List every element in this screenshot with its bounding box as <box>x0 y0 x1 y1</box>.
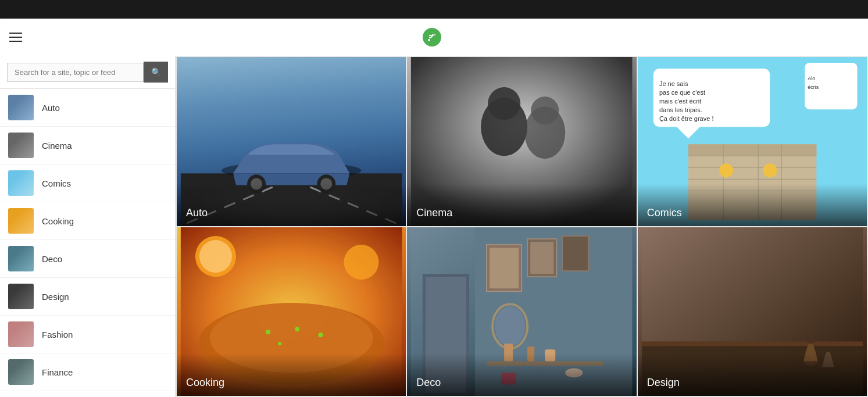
header-center <box>423 28 446 47</box>
svg-point-68 <box>806 338 815 344</box>
sidebar-item-finance[interactable]: Finance <box>0 353 175 391</box>
sidebar-thumb-deco <box>8 246 34 271</box>
rss-icon <box>426 31 438 43</box>
grid-item-deco[interactable]: Deco <box>407 227 636 396</box>
svg-point-46 <box>278 342 281 345</box>
hamburger-line <box>9 33 22 34</box>
svg-point-35 <box>719 163 733 177</box>
sidebar-label-design: Design <box>42 292 69 302</box>
grid-label-auto: Auto <box>177 184 406 226</box>
sidebar-label-comics: Comics <box>42 178 71 188</box>
sidebar-thumb-design <box>8 284 34 309</box>
sidebar-item-auto[interactable]: Auto <box>0 89 175 127</box>
sidebar-item-deco[interactable]: Deco <box>0 240 175 278</box>
sidebar-thumb-cooking <box>8 208 34 234</box>
sidebar-item-design[interactable]: Design <box>0 278 175 316</box>
hamburger-line <box>9 41 22 42</box>
minimize-button[interactable] <box>776 0 803 19</box>
close-button[interactable] <box>834 0 861 19</box>
sidebar-label-auto: Auto <box>42 103 60 113</box>
grid-label-cooking: Cooking <box>177 353 406 396</box>
svg-text:Je ne sais: Je ne sais <box>659 80 688 87</box>
svg-point-1 <box>428 39 430 41</box>
maximize-button[interactable] <box>805 0 832 19</box>
svg-point-40 <box>344 245 378 280</box>
sidebar-item-cinema[interactable]: Cinema <box>0 127 175 164</box>
sidebar-items: AutoCinemaComicsCookingDecoDesignFashion… <box>0 89 175 397</box>
svg-text:Alo: Alo <box>808 76 815 81</box>
header-left <box>9 33 22 42</box>
sidebar-thumb-fashion <box>8 321 34 347</box>
main-content: 🔍 AutoCinemaComicsCookingDecoDesignFashi… <box>0 56 868 397</box>
titlebar-left <box>7 0 41 19</box>
back-button[interactable] <box>7 0 34 19</box>
svg-text:Ça doit être grave !: Ça doit être grave ! <box>659 115 714 122</box>
search-input[interactable] <box>7 63 144 82</box>
search-icon: 🔍 <box>151 67 161 77</box>
titlebar-controls <box>776 0 861 19</box>
titlebar <box>0 0 868 19</box>
app-container: 🔍 AutoCinemaComicsCookingDecoDesignFashi… <box>0 0 868 397</box>
grid-label-cinema: Cinema <box>407 184 636 226</box>
grid-label-comics: Comics <box>638 184 867 226</box>
hamburger-line <box>9 37 22 38</box>
sidebar-thumb-comics <box>8 170 34 196</box>
svg-point-36 <box>763 163 777 177</box>
sidebar-item-comics[interactable]: Comics <box>0 164 175 202</box>
svg-rect-27 <box>688 144 816 156</box>
svg-point-14 <box>531 96 559 124</box>
svg-point-57 <box>495 306 525 346</box>
grid-label-deco: Deco <box>407 353 636 396</box>
svg-rect-54 <box>531 242 554 274</box>
sidebar: 🔍 AutoCinemaComicsCookingDecoDesignFashi… <box>0 56 176 397</box>
grid-item-cinema[interactable]: Cinema <box>407 57 636 226</box>
svg-rect-55 <box>563 236 589 271</box>
sidebar-item-fashion[interactable]: Fashion <box>0 316 175 353</box>
content-grid: Auto Cinema Je ne sais <box>176 56 868 397</box>
sidebar-item-cooking[interactable]: Cooking <box>0 202 175 240</box>
svg-point-43 <box>266 330 270 334</box>
sidebar-label-cinema: Cinema <box>42 141 72 151</box>
hamburger-menu[interactable] <box>9 33 22 42</box>
sidebar-thumb-auto <box>8 95 34 120</box>
svg-point-39 <box>199 240 232 273</box>
svg-point-45 <box>318 332 323 337</box>
svg-text:écris: écris <box>808 84 819 90</box>
svg-text:dans les tripes.: dans les tripes. <box>659 106 702 113</box>
sidebar-label-cooking: Cooking <box>42 216 74 226</box>
grid-label-design: Design <box>638 353 867 396</box>
svg-text:pas ce que c'est: pas ce que c'est <box>659 89 705 96</box>
sidebar-item-news[interactable]: News <box>0 391 175 397</box>
feedlab-logo-icon <box>423 28 441 47</box>
svg-point-12 <box>488 87 520 120</box>
svg-text:mais c'est écrit: mais c'est écrit <box>659 98 701 105</box>
sidebar-label-deco: Deco <box>42 254 62 264</box>
svg-rect-66 <box>642 341 863 346</box>
grid-item-auto[interactable]: Auto <box>177 57 406 226</box>
app-header <box>0 19 868 56</box>
sidebar-label-finance: Finance <box>42 367 73 377</box>
sidebar-thumb-finance <box>8 359 34 385</box>
svg-point-70 <box>824 347 832 352</box>
grid-item-design[interactable]: Design <box>638 227 867 396</box>
search-button[interactable]: 🔍 <box>144 62 168 83</box>
svg-point-44 <box>295 327 299 331</box>
sidebar-label-fashion: Fashion <box>42 330 73 339</box>
svg-rect-52 <box>490 248 519 288</box>
grid-item-cooking[interactable]: Cooking <box>177 227 406 396</box>
sidebar-thumb-cinema <box>8 133 34 158</box>
grid-item-comics[interactable]: Je ne sais pas ce que c'est mais c'est é… <box>638 57 867 226</box>
search-bar: 🔍 <box>0 56 175 89</box>
